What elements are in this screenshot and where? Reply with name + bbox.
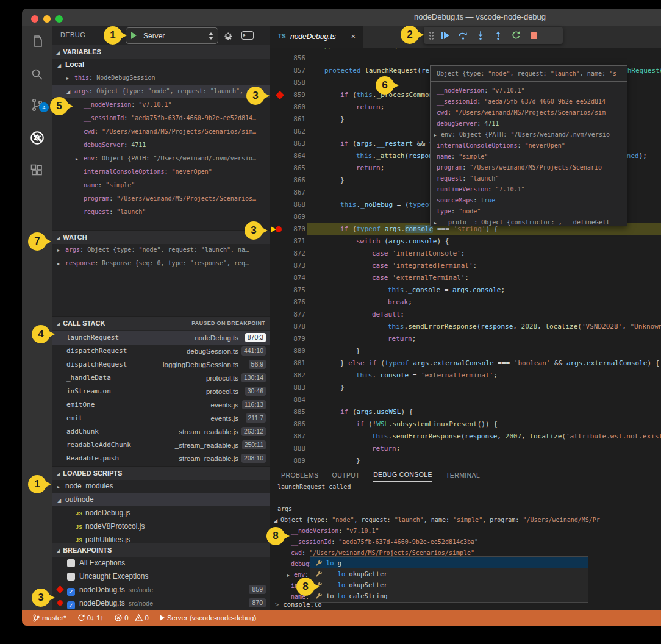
loaded-script-row[interactable]: ▸node_modules [52,479,270,493]
tooltip-row[interactable]: type: "node" [431,206,627,217]
console-row[interactable]: ◢Object {type: "node", request: "launch"… [270,515,661,526]
call-stack-frame[interactable]: readableAddChunk_stream_readable.js250:1… [52,438,270,452]
line-number[interactable]: 872 [270,248,305,260]
line-number[interactable]: 871 [270,235,305,248]
variable-row[interactable]: name: "simple" [52,179,270,192]
twisty-collapsed-icon[interactable]: ▸ [57,481,65,493]
twisty-collapsed-icon[interactable]: ▸ [57,244,65,257]
twisty-collapsed-icon[interactable]: ▸ [66,72,74,85]
variable-row[interactable]: __nodeVersion: "v7.10.1" [52,98,270,112]
line-number[interactable]: 886 [270,418,305,431]
line-number[interactable]: 864 [270,150,305,162]
call-stack-frame[interactable]: dispatchRequestdebugSession.ts441:10 [52,345,270,358]
code-line[interactable]: 889} [270,455,661,467]
console-row[interactable]: __nodeVersion: "v7.10.1" [270,526,661,537]
line-number[interactable]: 867 [270,187,305,199]
search-icon[interactable] [22,61,52,88]
line-number[interactable]: 882 [270,370,305,382]
line-number[interactable]: 865 [270,162,305,174]
tooltip-row[interactable]: name: "simple" [431,151,627,162]
line-number[interactable]: 880 [270,345,305,357]
line-number[interactable]: 874 [270,272,305,284]
twisty-expanded-icon[interactable]: ◢ [66,85,74,98]
variable-row[interactable]: cwd: "/Users/weinand/MS/Projects/Scenari… [52,125,270,138]
tooltip-row[interactable]: program: "/Users/weinand/MS/Projects/Sce… [431,162,627,173]
variable-row[interactable]: request: "launch" [52,206,270,219]
twisty-expanded-icon[interactable]: ◢ [56,50,60,55]
code-line[interactable]: 875this._console = args.console; [270,284,661,296]
breakpoint-row[interactable]: ✓nodeDebug.tssrc/node870 [52,596,270,610]
code-line[interactable]: 883} [270,382,661,394]
debug-icon[interactable] [22,124,52,151]
section-header-watch[interactable]: ◢WATCH [52,230,270,244]
suggest-item[interactable]: __lookupGetter__ [310,568,588,579]
twisty-expanded-icon[interactable]: ◢ [57,494,65,506]
close-window-button[interactable] [31,15,38,23]
console-row[interactable]: launchRequest called [270,482,661,493]
code-line[interactable]: 873case 'integratedTerminal': [270,260,661,272]
line-number[interactable]: 885 [270,406,305,418]
loaded-script-row[interactable]: JSnodeV8Protocol.js [52,520,270,533]
call-stack-frame[interactable]: launchRequestnodeDebug.ts870:3 [52,331,270,345]
step-into-icon[interactable] [474,29,487,42]
line-number[interactable]: 868 [270,199,305,211]
tooltip-row[interactable]: sourceMaps: true [431,195,627,206]
code-line[interactable]: 887this.sendErrorResponse(response, 2007… [270,431,661,443]
line-number[interactable]: 878 [270,321,305,333]
suggest-item[interactable]: toLocaleString [310,590,588,601]
twisty-collapsed-icon[interactable]: ▸ [434,218,441,226]
panel-tab-problems[interactable]: PROBLEMS [281,469,319,482]
line-number[interactable]: 869 [270,211,305,223]
minimize-window-button[interactable] [43,15,51,23]
line-number[interactable]: 859 [270,89,305,101]
explorer-icon[interactable] [22,28,52,55]
code-line[interactable]: 881} else if (typeof args.externalConsol… [270,357,661,370]
line-number[interactable]: 862 [270,126,305,138]
breakpoint-checkbox[interactable]: ✓ [67,588,75,596]
variable-row[interactable]: ▸env: Object {PATH: "/Users/weinand/.nvm… [52,152,270,165]
code-line[interactable]: 871switch (args.console) { [270,235,661,248]
line-number[interactable]: 881 [270,357,305,370]
line-number[interactable]: 876 [270,296,305,309]
code-line[interactable]: 874case 'externalTerminal': [270,272,661,284]
variable-row[interactable]: debugServer: 4711 [52,138,270,152]
twisty-expanded-icon[interactable]: ◢ [56,548,60,554]
call-stack-frame[interactable]: dispatchRequestloggingDebugSession.ts56:… [52,358,270,371]
panel-tab-debug-console[interactable]: DEBUG CONSOLE [373,468,432,482]
console-row[interactable]: args [270,504,661,515]
call-stack-frame[interactable]: Readable.push_stream_readable.js208:10 [52,452,270,465]
launch-config-dropdown[interactable]: Server [126,27,218,44]
stop-icon[interactable] [527,29,540,42]
twisty-collapsed-icon[interactable]: ▸ [287,570,294,581]
loaded-script-row[interactable]: ◢out/node [52,493,270,506]
code-line[interactable]: 879return; [270,333,661,345]
code-line[interactable]: 878this.sendErrorResponse(response, 2028… [270,321,661,333]
code-line[interactable]: 888return; [270,443,661,455]
suggest-item[interactable]: log [310,557,588,568]
variable-row[interactable]: internalConsoleOptions: "neverOpen" [52,165,270,179]
section-header-call-stack[interactable]: ◢CALL STACKPAUSED ON BREAKPOINT [52,316,270,330]
continue-icon[interactable] [438,29,452,42]
twisty-expanded-icon[interactable]: ◢ [57,59,65,71]
breakpoint-row[interactable]: ✓nodeDebug.tssrc/node859 [52,583,270,596]
tooltip-row[interactable]: runtimeVersion: "7.10.1" [431,184,627,195]
twisty-expanded-icon[interactable]: ◢ [56,321,60,327]
line-number[interactable]: 879 [270,333,305,345]
call-stack-frame[interactable]: emitOneevents.js116:13 [52,398,270,412]
code-line[interactable]: 886if (!WSL.subsystemLinuxPresent()) { [270,418,661,431]
open-repl-icon[interactable]: ▸ [240,28,255,43]
code-line[interactable]: 877default: [270,309,661,321]
line-number[interactable]: 860 [270,101,305,113]
breakpoint-checkbox[interactable] [67,573,75,581]
tab-nodedebug[interactable]: TS nodeDebug.ts × [270,26,363,48]
section-header-breakpoints[interactable]: ◢BREAKPOINTS [52,543,270,557]
line-number[interactable]: 866 [270,174,305,187]
watch-row[interactable]: ▸args: Object {type: "node", request: "l… [52,243,270,257]
variable-row[interactable]: ◢args: Object {type: "node", request: "l… [52,85,270,98]
watch-row[interactable]: ▸response: Response {seq: 0, type: "resp… [52,257,270,270]
line-number[interactable]: 884 [270,394,305,406]
variable-row[interactable]: __sessionId: "aeda75fb-637d-4660-9b2e-ee… [52,112,270,125]
code-line[interactable]: 855// launch request [270,48,661,52]
variable-row[interactable]: ◢Local [52,58,270,71]
breakpoint-row[interactable]: Uncaught Exceptions [52,570,270,583]
